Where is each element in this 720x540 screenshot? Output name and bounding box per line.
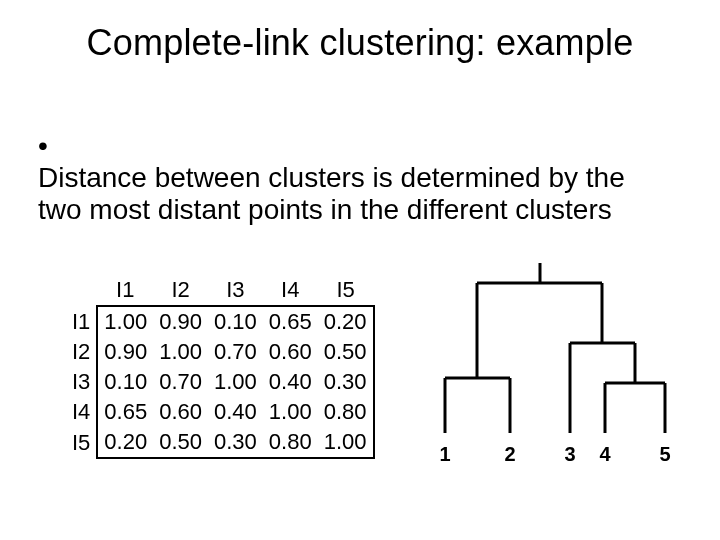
matrix-cell: 0.65 — [263, 306, 318, 337]
matrix-cell: 0.65 — [97, 397, 153, 427]
slide: Complete-link clustering: example • Dist… — [0, 0, 720, 540]
matrix-cell: 0.30 — [208, 427, 263, 458]
leaf-label: 4 — [599, 443, 610, 466]
matrix-cell: 0.80 — [318, 397, 374, 427]
matrix-cell: 0.40 — [208, 397, 263, 427]
matrix-cell: 0.30 — [318, 367, 374, 397]
matrix-cell: 0.70 — [153, 367, 208, 397]
leaf-label: 1 — [439, 443, 450, 466]
matrix-row-label: I5 — [66, 427, 97, 458]
matrix-col-header: I4 — [263, 275, 318, 306]
matrix-cell: 0.20 — [318, 306, 374, 337]
matrix-row: I1 1.00 0.90 0.10 0.65 0.20 — [66, 306, 374, 337]
matrix-row-label: I4 — [66, 397, 97, 427]
matrix-cell: 0.80 — [263, 427, 318, 458]
matrix-cell: 1.00 — [208, 367, 263, 397]
matrix-row: I3 0.10 0.70 1.00 0.40 0.30 — [66, 367, 374, 397]
matrix-table: I1 I2 I3 I4 I5 I1 1.00 0.90 0.10 0.65 0.… — [66, 275, 375, 459]
bullet-item: • Distance between clusters is determine… — [38, 130, 680, 227]
dendrogram-svg — [420, 263, 690, 463]
bullet-text: Distance between clusters is determined … — [38, 162, 658, 226]
matrix-row-label: I3 — [66, 367, 97, 397]
dendrogram: 1 2 3 4 5 — [420, 263, 690, 473]
matrix-cell: 0.50 — [318, 337, 374, 367]
matrix-cell: 1.00 — [153, 337, 208, 367]
matrix-col-header: I1 — [97, 275, 153, 306]
matrix-cell: 1.00 — [97, 306, 153, 337]
matrix-row: I4 0.65 0.60 0.40 1.00 0.80 — [66, 397, 374, 427]
matrix-cell: 1.00 — [263, 397, 318, 427]
matrix-cell: 0.10 — [97, 367, 153, 397]
matrix-cell: 1.00 — [318, 427, 374, 458]
matrix-header-row: I1 I2 I3 I4 I5 — [66, 275, 374, 306]
matrix-cell: 0.10 — [208, 306, 263, 337]
matrix-row: I2 0.90 1.00 0.70 0.60 0.50 — [66, 337, 374, 367]
matrix-cell: 0.70 — [208, 337, 263, 367]
leaf-label: 2 — [504, 443, 515, 466]
matrix-col-header: I3 — [208, 275, 263, 306]
matrix-cell: 0.50 — [153, 427, 208, 458]
slide-title: Complete-link clustering: example — [0, 22, 720, 64]
matrix-col-header: I2 — [153, 275, 208, 306]
matrix-row: I5 0.20 0.50 0.30 0.80 1.00 — [66, 427, 374, 458]
matrix-cell: 0.40 — [263, 367, 318, 397]
matrix-col-header: I5 — [318, 275, 374, 306]
matrix-row-label: I2 — [66, 337, 97, 367]
leaf-label: 3 — [564, 443, 575, 466]
matrix-cell: 0.20 — [97, 427, 153, 458]
matrix-cell: 0.90 — [153, 306, 208, 337]
similarity-matrix: I1 I2 I3 I4 I5 I1 1.00 0.90 0.10 0.65 0.… — [66, 275, 375, 459]
matrix-row-label: I1 — [66, 306, 97, 337]
leaf-label: 5 — [659, 443, 670, 466]
bullet-dot: • — [38, 130, 56, 162]
matrix-cell: 0.90 — [97, 337, 153, 367]
matrix-cell: 0.60 — [153, 397, 208, 427]
matrix-cell: 0.60 — [263, 337, 318, 367]
